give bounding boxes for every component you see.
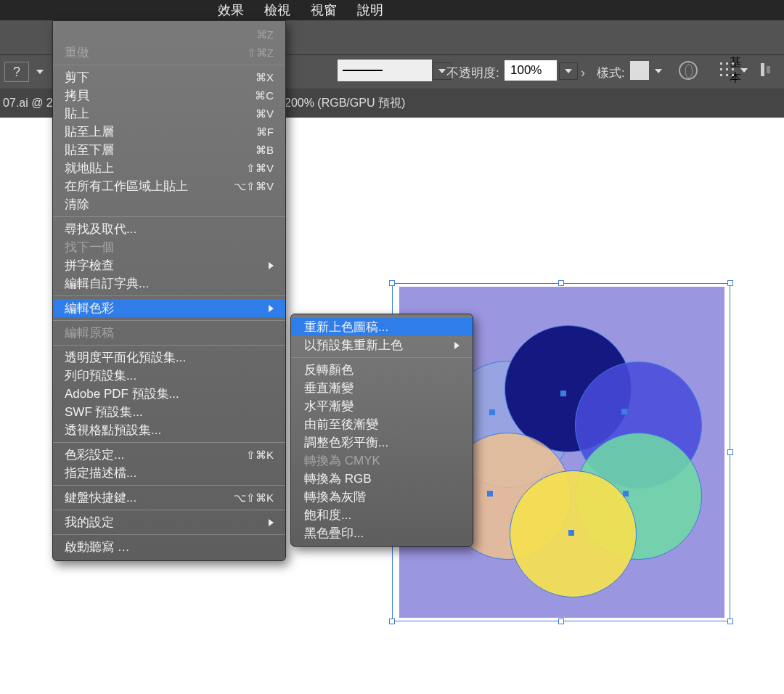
selection-handle[interactable] (727, 619, 733, 624)
menu-item[interactable]: 拷貝⌘C (53, 86, 285, 105)
menu-edit-colors[interactable]: 編輯色彩 (53, 299, 285, 317)
menu-find-replace[interactable]: 尋找及取代... (53, 220, 285, 238)
menu-color-settings[interactable]: 色彩設定... ⇧⌘K (53, 446, 285, 464)
menu-edit-dictionary[interactable]: 編輯自訂字典... (53, 274, 285, 293)
menu-sep (53, 216, 285, 217)
selection-handle[interactable] (558, 619, 564, 624)
menu-undo: ⌘Z (53, 25, 285, 44)
edit-menu: ⌘Z 重做 ⇧⌘Z 剪下⌘X拷貝⌘C貼上⌘V貼至上層⌘F貼至下層⌘B就地貼上⇧⌘… (52, 20, 286, 561)
menu-item[interactable]: 貼上⌘V (53, 105, 285, 123)
anchor-point[interactable] (621, 409, 627, 415)
dropdown-caret-icon[interactable] (36, 70, 44, 74)
align-panel-icon[interactable] (761, 62, 778, 78)
style-dropdown-caret[interactable] (652, 62, 665, 80)
menu-start-dictation[interactable]: 啟動聽寫 … (53, 538, 285, 556)
submenu-item[interactable]: 由前至後漸變 (291, 415, 473, 433)
anchor-point[interactable] (489, 409, 495, 415)
document-tab-left[interactable]: 07.ai @ 25 (3, 97, 60, 110)
menu-item[interactable]: 透視格點預設集... (53, 421, 285, 439)
recolor-artwork-icon[interactable] (679, 61, 698, 80)
selection-handle[interactable] (389, 619, 395, 624)
menu-item[interactable]: 在所有工作區域上貼上⌥⇧⌘V (53, 177, 285, 195)
help-icon[interactable]: ? (4, 62, 29, 82)
submenu-item[interactable]: 水平漸變 (291, 397, 473, 415)
menu-sep (53, 442, 285, 443)
document-tab-right[interactable]: 200% (RGB/GPU 預視) (285, 96, 405, 111)
anchor-point[interactable] (623, 491, 629, 497)
menu-item[interactable]: 清除 (53, 195, 285, 213)
menu-item[interactable]: Adobe PDF 預設集... (53, 385, 285, 403)
submenu-item[interactable]: 垂直漸變 (291, 379, 473, 397)
menu-item[interactable]: 貼至下層⌘B (53, 141, 285, 159)
selection-handle[interactable] (727, 280, 733, 286)
menu-find-next: 找下一個 (53, 238, 285, 256)
menu-sep (53, 345, 285, 346)
submenu-item[interactable]: 轉換為灰階 (291, 488, 473, 506)
menu-sep (53, 65, 285, 65)
expand-arrow-icon[interactable]: › (581, 65, 585, 81)
stroke-line-preview (343, 70, 383, 71)
selection-handle[interactable] (389, 280, 395, 286)
opacity-dropdown-caret[interactable] (559, 62, 578, 80)
menu-item[interactable]: SWF 預設集... (53, 403, 285, 421)
submenu-item[interactable]: 反轉顏色 (291, 361, 473, 379)
menu-sep (53, 320, 285, 321)
menu-sep (53, 534, 285, 535)
menu-sep (291, 357, 473, 358)
opacity-label: 不透明度: (446, 65, 499, 81)
menu-assign-profile[interactable]: 指定描述檔... (53, 464, 285, 482)
align-grid-icon[interactable] (720, 62, 736, 78)
selection-handle[interactable] (558, 280, 564, 286)
submenu-item[interactable]: 調整色彩平衡... (291, 433, 473, 452)
edit-colors-submenu: 重新上色圖稿... 以預設集重新上色 反轉顏色垂直漸變水平漸變由前至後漸變調整色… (290, 314, 473, 547)
submenu-convert-cmyk: 轉換為 CMYK (291, 452, 473, 470)
submenu-item[interactable]: 飽和度... (291, 506, 473, 524)
menu-sep (53, 485, 285, 486)
submenu-arrow-icon (269, 305, 274, 312)
style-swatch[interactable] (630, 61, 649, 80)
submenu-arrow-icon (269, 262, 274, 269)
anchor-point[interactable] (487, 491, 493, 497)
menubar-item-effects[interactable]: 效果 (218, 1, 244, 19)
menubar-item-help[interactable]: 說明 (357, 1, 383, 19)
anchor-point[interactable] (560, 391, 566, 396)
menu-item[interactable]: 貼至上層⌘F (53, 123, 285, 141)
menu-sep (53, 510, 285, 510)
menu-item[interactable]: 透明度平面化預設集... (53, 348, 285, 367)
menu-edit-original: 編輯原稿 (53, 324, 285, 342)
menu-item[interactable]: 剪下⌘X (53, 68, 285, 86)
style-label: 樣式: (597, 65, 625, 81)
submenu-recolor-artwork[interactable]: 重新上色圖稿... (291, 318, 473, 336)
align-caret-icon[interactable] (740, 68, 748, 73)
menu-redo: 重做 ⇧⌘Z (53, 44, 285, 62)
submenu-recolor-preset[interactable]: 以預設集重新上色 (291, 336, 473, 354)
menubar: 效果 檢視 視窗 說明 (0, 0, 784, 20)
anchor-point[interactable] (568, 530, 574, 536)
submenu-arrow-icon (454, 342, 460, 349)
submenu-arrow-icon (269, 519, 274, 526)
submenu-item[interactable]: 轉換為 RGB (291, 470, 473, 488)
menu-spellcheck[interactable]: 拼字檢查 (53, 256, 285, 274)
menu-my-settings[interactable]: 我的設定 (53, 513, 285, 531)
menu-item[interactable]: 就地貼上⇧⌘V (53, 159, 285, 177)
submenu-item[interactable]: 黑色疊印... (291, 524, 473, 542)
menubar-item-view[interactable]: 檢視 (264, 1, 290, 19)
selection-handle[interactable] (727, 449, 733, 455)
menu-sep (53, 295, 285, 296)
menu-item[interactable]: 列印預設集... (53, 367, 285, 385)
menu-keyboard-shortcuts[interactable]: 鍵盤快捷鍵... ⌥⇧⌘K (53, 489, 285, 507)
opacity-input[interactable]: 100% (505, 60, 557, 81)
menubar-item-window[interactable]: 視窗 (311, 1, 337, 19)
